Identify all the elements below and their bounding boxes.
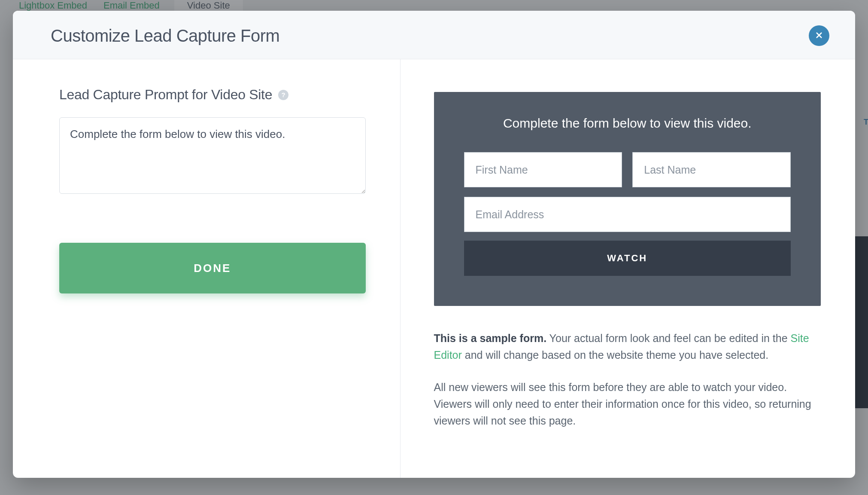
close-icon [815, 31, 823, 40]
preview-card: Complete the form below to view this vid… [434, 92, 821, 306]
help-line1-rest: Your actual form look and feel can be ed… [546, 332, 790, 344]
preview-first-name-field[interactable] [464, 152, 622, 187]
right-pane: Complete the form below to view this vid… [401, 59, 855, 478]
left-pane: Lead Capture Prompt for Video Site ? DON… [13, 59, 401, 478]
section-label: Lead Capture Prompt for Video Site [59, 87, 272, 103]
preview-watch-button[interactable]: WATCH [464, 241, 791, 276]
help-text: This is a sample form. Your actual form … [434, 330, 821, 429]
preview-name-row [464, 152, 791, 187]
help-paragraph-1: This is a sample form. Your actual form … [434, 330, 821, 364]
done-button[interactable]: DONE [59, 243, 366, 293]
preview-email-field[interactable] [464, 197, 791, 232]
help-paragraph-2: All new viewers will see this form befor… [434, 379, 821, 429]
preview-last-name-field[interactable] [632, 152, 791, 187]
close-button[interactable] [809, 25, 829, 46]
preview-heading: Complete the form below to view this vid… [464, 116, 791, 131]
section-label-row: Lead Capture Prompt for Video Site ? [59, 87, 366, 103]
help-icon[interactable]: ? [278, 90, 288, 100]
help-line1-tail: and will change based on the website the… [462, 349, 768, 361]
lead-capture-prompt-textarea[interactable] [59, 117, 366, 194]
modal-header: Customize Lead Capture Form [13, 11, 855, 59]
help-strong: This is a sample form. [434, 332, 547, 344]
modal-customize-lead-capture: Customize Lead Capture Form Lead Capture… [13, 11, 855, 478]
modal-body: Lead Capture Prompt for Video Site ? DON… [13, 59, 855, 478]
modal-title: Customize Lead Capture Form [51, 26, 279, 46]
